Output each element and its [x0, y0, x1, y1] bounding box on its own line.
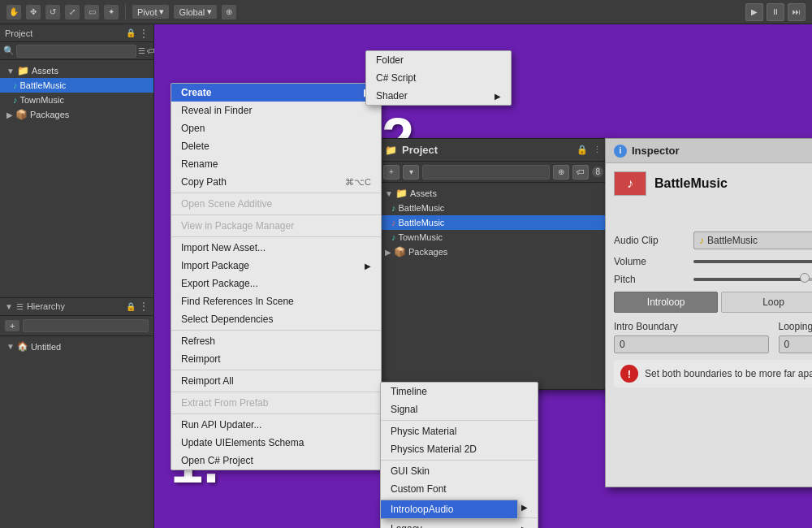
tree-packages-folder[interactable]: ▶ 📦 Packages	[0, 107, 153, 122]
pw-assets-label: Assets	[410, 188, 437, 198]
context-menu-delete[interactable]: Delete	[171, 137, 381, 155]
project-window-lock-icon[interactable]: 🔒	[577, 145, 588, 155]
move-tool-icon[interactable]: ✥	[26, 5, 41, 19]
shader-arrow: ▶	[495, 92, 501, 101]
scale-tool-icon[interactable]: ⤢	[65, 5, 80, 19]
intro-boundary-input[interactable]	[614, 335, 769, 353]
context-menu-import-package[interactable]: Import Package ▶	[171, 257, 381, 275]
hierarchy-search-input[interactable]	[23, 319, 149, 332]
reimport-all-label: Reimport All	[181, 375, 234, 387]
proj-filter-icon[interactable]: 🏷	[572, 165, 589, 180]
tree-town-music[interactable]: ♪ TownMusic	[0, 93, 153, 107]
project-search-input[interactable]	[16, 45, 136, 58]
context-menu-refresh[interactable]: Refresh	[171, 332, 381, 350]
intro-boundary-label: Intro Boundary	[614, 321, 769, 332]
introloop-submenu: IntroloopAudio	[380, 500, 518, 519]
lock-icon[interactable]: 🔒	[126, 28, 136, 37]
asset-header: ♪ BattleMusic ? ⚙ ☰	[614, 171, 812, 196]
rect-tool-icon[interactable]: ▭	[84, 5, 99, 19]
folder-label: Folder	[376, 54, 404, 66]
hierarchy-options[interactable]: ⋮	[139, 301, 149, 312]
context-menu-open-csharp[interactable]: Open C# Project	[171, 452, 381, 470]
import-new-label: Import New Asset...	[181, 242, 266, 253]
context-menu-find-references[interactable]: Find References In Scene	[171, 292, 381, 310]
context-menu-import-new[interactable]: Import New Asset...	[171, 239, 381, 257]
rename-label: Rename	[181, 158, 218, 170]
extra-tool-icon[interactable]: ⊕	[222, 5, 236, 19]
project-window-menu-icon[interactable]: ⋮	[593, 145, 602, 155]
pw-assets-folder[interactable]: ▼ 📁 Assets	[378, 186, 608, 201]
bottom-custom-font[interactable]: Custom Font	[381, 480, 538, 498]
bottom-physic-material[interactable]: Physic Material	[381, 422, 538, 440]
proj-search-icon[interactable]: ⊕	[553, 165, 569, 180]
pw-battle-music[interactable]: ♪ BattleMusic	[378, 201, 608, 215]
csharp-label: C# Script	[376, 72, 416, 84]
context-menu-copy-path[interactable]: Copy Path ⌘⌥C	[171, 173, 381, 191]
search-icon-2[interactable]: ☰	[138, 46, 145, 55]
loop-button[interactable]: Loop	[721, 292, 812, 313]
pw-town-music[interactable]: ♪ TownMusic	[378, 230, 608, 245]
hierarchy-lock-icon[interactable]: 🔒	[126, 302, 136, 311]
play-button[interactable]: ▶	[745, 3, 763, 21]
audio-clip-name: BattleMusic	[707, 235, 758, 246]
step-button[interactable]: ⏭	[788, 3, 806, 21]
hierarchy-icon: ☰	[16, 302, 24, 311]
submenu-csharp[interactable]: C# Script	[366, 69, 511, 87]
pause-button[interactable]: ⏸	[767, 3, 784, 21]
create-label: Create	[181, 87, 211, 98]
global-button[interactable]: Global ▾	[174, 5, 217, 19]
pw-battle-music-selected[interactable]: ♪ BattleMusic	[378, 215, 608, 230]
proj-down-btn[interactable]: ▾	[403, 165, 419, 180]
view-package-label: View in Package Manager	[181, 220, 294, 232]
context-menu-run-api[interactable]: Run API Updater...	[171, 416, 381, 434]
context-menu-open[interactable]: Open	[171, 119, 381, 137]
transform-tool-icon[interactable]: ✦	[104, 5, 119, 19]
loop-buttons: Introloop Loop Non looping	[614, 292, 812, 313]
project-panel-header: Project 🔒 ⋮	[0, 24, 153, 42]
context-menu-reveal[interactable]: Reveal in Finder	[171, 102, 381, 119]
volume-slider[interactable]	[693, 260, 812, 263]
separator-1	[125, 4, 126, 20]
open-label: Open	[181, 123, 205, 134]
project-window-toolbar: + ▾ ⊕ 🏷 8	[378, 162, 608, 183]
pitch-slider[interactable]	[693, 278, 812, 281]
bottom-timeline[interactable]: Timeline	[381, 383, 538, 400]
hierarchy-untitled[interactable]: ▼ 🏠 Untitled	[0, 340, 153, 354]
context-menu-select-deps[interactable]: Select Dependencies	[171, 310, 381, 328]
submenu-folder[interactable]: Folder	[366, 51, 511, 69]
context-menu-reimport[interactable]: Reimport	[171, 350, 381, 368]
hand-tool-icon[interactable]: ✋	[6, 5, 21, 19]
bottom-legacy[interactable]: Legacy ▶	[381, 520, 538, 528]
bottom-signal[interactable]: Signal	[381, 400, 538, 418]
project-window-title: Project	[402, 144, 438, 156]
bottom-gui-skin[interactable]: GUI Skin	[381, 462, 538, 480]
introloop-audio-item[interactable]: IntroloopAudio	[381, 500, 517, 518]
bottom-physics-2d[interactable]: Physics Material 2D	[381, 440, 538, 458]
context-menu-export-package[interactable]: Export Package...	[171, 275, 381, 292]
submenu-shader[interactable]: Shader ▶	[366, 87, 511, 105]
tree-battle-music[interactable]: ♪ BattleMusic	[0, 78, 153, 93]
rotate-tool-icon[interactable]: ↺	[45, 5, 60, 19]
looping-boundary-input[interactable]	[779, 335, 813, 353]
options-icon[interactable]: ⋮	[139, 28, 149, 39]
context-menu-rename[interactable]: Rename	[171, 155, 381, 173]
assets-folder-icon: 📁	[17, 65, 29, 76]
project-panel-title: Project	[5, 28, 32, 38]
pw-battle-music-red-icon: ♪	[391, 218, 396, 227]
introloop-button[interactable]: Introloop	[614, 292, 718, 313]
context-menu-reimport-all[interactable]: Reimport All	[171, 372, 381, 390]
pitch-thumb[interactable]	[800, 273, 810, 283]
pivot-button[interactable]: Pivot ▾	[132, 5, 169, 19]
hierarchy-add-btn[interactable]: +	[5, 320, 19, 331]
divider-4	[171, 330, 381, 331]
context-menu-update-ui[interactable]: Update UIElements Schema	[171, 434, 381, 452]
legacy-arrow: ▶	[521, 525, 528, 529]
tree-assets-folder[interactable]: ▼ 📁 Assets	[0, 63, 153, 78]
refresh-label: Refresh	[181, 335, 215, 347]
pw-packages[interactable]: ▶ 📦 Packages	[378, 245, 608, 259]
context-menu-create[interactable]: Create ▶	[171, 84, 381, 102]
proj-add-btn[interactable]: +	[383, 165, 400, 180]
proj-search-input[interactable]	[422, 165, 550, 180]
context-menu-extract-prefab: Extract From Prefab	[171, 394, 381, 412]
volume-fill	[693, 260, 812, 263]
